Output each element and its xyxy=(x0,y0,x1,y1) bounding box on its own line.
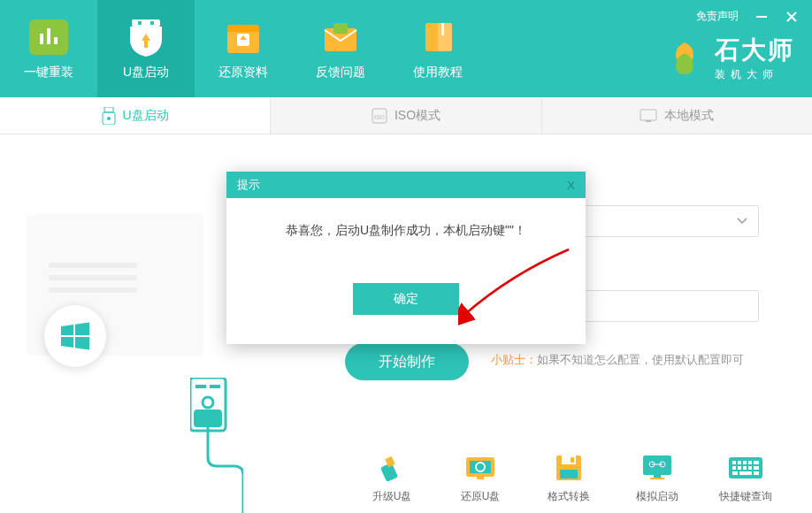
svg-rect-52 xyxy=(754,461,759,464)
svg-rect-8 xyxy=(227,25,259,32)
dialog-title: 提示 xyxy=(237,177,260,193)
nav-tutorial[interactable]: 使用教程 xyxy=(389,0,486,97)
svg-rect-36 xyxy=(477,477,484,479)
svg-rect-11 xyxy=(333,23,348,34)
logo-title: 石大师 xyxy=(715,34,794,67)
tab-iso[interactable]: ISO ISO模式 xyxy=(271,97,541,134)
svg-rect-3 xyxy=(54,37,57,44)
bar-chart-icon xyxy=(27,18,71,57)
bottom-format-convert[interactable]: 格式转换 xyxy=(538,452,600,504)
tip-label: 小贴士： xyxy=(491,353,537,366)
svg-rect-58 xyxy=(732,471,738,475)
bottom-hotkey-query[interactable]: 快捷键查询 xyxy=(715,452,777,504)
svg-rect-2 xyxy=(47,28,50,44)
bottom-label: 格式转换 xyxy=(548,489,590,504)
window-controls: 免责声明 xyxy=(696,9,799,24)
usb-upgrade-icon xyxy=(374,452,410,484)
tab-usb-boot[interactable]: U盘启动 xyxy=(0,97,271,134)
svg-rect-54 xyxy=(738,466,741,470)
nav-usb-boot[interactable]: U盘启动 xyxy=(97,0,195,97)
logo-subtitle: 装机大师 xyxy=(715,67,794,82)
main-nav: 一键重装 U盘启动 还原资料 反馈问题 使用教程 xyxy=(0,0,486,97)
nav-feedback[interactable]: 反馈问题 xyxy=(292,0,389,97)
svg-rect-49 xyxy=(738,461,741,464)
svg-rect-41 xyxy=(560,470,578,479)
envelope-icon xyxy=(318,18,363,57)
svg-rect-16 xyxy=(104,107,113,112)
usb-restore-icon xyxy=(463,452,498,484)
svg-rect-29 xyxy=(210,385,220,388)
bottom-label: 快捷键查询 xyxy=(719,489,772,504)
svg-point-31 xyxy=(203,397,213,408)
svg-rect-45 xyxy=(654,475,661,478)
tab-label: ISO模式 xyxy=(395,108,440,124)
svg-rect-6 xyxy=(150,21,154,25)
bottom-label: 还原U盘 xyxy=(461,489,501,504)
keyboard-icon xyxy=(728,452,763,484)
svg-rect-30 xyxy=(194,410,222,427)
bottom-toolbar: 升级U盘 还原U盘 格式转换 模拟启动 快捷键查询 xyxy=(0,442,812,513)
header: 一键重装 U盘启动 还原资料 反馈问题 使用教程 免责声明 xyxy=(0,0,812,97)
usb-icon xyxy=(102,107,116,125)
tip-text: 小贴士：如果不知道怎么配置，使用默认配置即可 xyxy=(491,352,744,368)
book-icon xyxy=(416,18,460,57)
svg-rect-51 xyxy=(748,461,752,464)
dialog: 提示 X 恭喜您，启动U盘制作成功，本机启动键""！ 确定 xyxy=(226,172,586,344)
svg-rect-22 xyxy=(646,120,651,122)
monitor-icon xyxy=(640,109,657,123)
bottom-label: 升级U盘 xyxy=(372,489,412,504)
logo: 石大师 装机大师 xyxy=(665,34,794,82)
bottom-label: 模拟启动 xyxy=(636,489,678,504)
svg-rect-21 xyxy=(640,110,656,120)
dialog-message: 恭喜您，启动U盘制作成功，本机启动键""！ xyxy=(226,198,586,256)
svg-rect-14 xyxy=(441,23,444,35)
svg-rect-5 xyxy=(138,21,142,25)
svg-rect-13 xyxy=(438,23,452,51)
disclaimer-link[interactable]: 免责声明 xyxy=(696,9,739,24)
svg-rect-48 xyxy=(732,461,736,464)
bottom-upgrade-usb[interactable]: 升级U盘 xyxy=(361,452,423,504)
dialog-ok-button[interactable]: 确定 xyxy=(353,283,459,315)
bottom-simulate-boot[interactable]: 模拟启动 xyxy=(626,452,688,504)
svg-rect-46 xyxy=(650,478,664,479)
nav-label: 一键重装 xyxy=(24,65,73,80)
windows-icon xyxy=(59,320,91,352)
svg-rect-60 xyxy=(754,471,759,475)
close-icon[interactable]: X xyxy=(567,179,575,192)
nav-label: 反馈问题 xyxy=(316,65,365,80)
tab-label: U盘启动 xyxy=(123,108,169,124)
decoration-lines xyxy=(49,263,137,300)
windows-button[interactable] xyxy=(44,305,106,367)
bottom-restore-usb[interactable]: 还原U盘 xyxy=(449,452,511,504)
dialog-header: 提示 X xyxy=(226,172,586,198)
sub-tabs: U盘启动 ISO ISO模式 本地模式 xyxy=(0,97,812,134)
svg-rect-53 xyxy=(732,466,736,470)
shield-usb-icon xyxy=(124,18,168,57)
svg-rect-57 xyxy=(754,466,759,470)
floppy-icon xyxy=(551,452,586,484)
start-create-button[interactable]: 开始制作 xyxy=(345,343,469,380)
iso-icon: ISO xyxy=(372,108,387,124)
svg-rect-50 xyxy=(743,461,747,464)
upload-box-icon xyxy=(221,18,265,57)
tip-content: 如果不知道怎么配置，使用默认配置即可 xyxy=(537,353,744,366)
nav-reinstall[interactable]: 一键重装 xyxy=(0,0,97,97)
chevron-down-icon xyxy=(737,218,747,225)
nav-restore[interactable]: 还原资料 xyxy=(195,0,292,97)
svg-rect-4 xyxy=(132,19,160,27)
nav-label: 还原资料 xyxy=(218,65,268,80)
svg-rect-40 xyxy=(571,457,574,463)
svg-rect-1 xyxy=(40,34,43,44)
svg-point-18 xyxy=(107,117,111,120)
minimize-button[interactable] xyxy=(755,10,769,24)
nav-label: 使用教程 xyxy=(413,65,463,80)
tab-local[interactable]: 本地模式 xyxy=(542,97,812,134)
svg-text:ISO: ISO xyxy=(374,114,386,120)
svg-rect-12 xyxy=(425,23,440,51)
monitor-boot-icon xyxy=(640,452,675,484)
svg-rect-56 xyxy=(748,466,752,470)
close-button[interactable] xyxy=(785,10,799,24)
nav-label: U盘启动 xyxy=(123,65,169,80)
svg-rect-55 xyxy=(743,466,747,470)
svg-rect-15 xyxy=(756,16,767,18)
